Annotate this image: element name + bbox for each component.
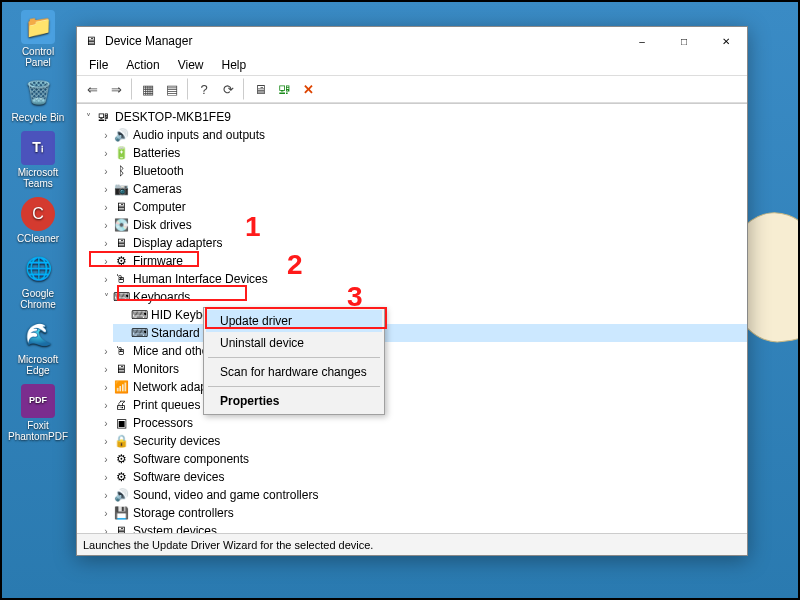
- device-category-icon: 🔊: [113, 488, 129, 502]
- expand-icon[interactable]: ›: [99, 400, 113, 411]
- desktop-icon-label: FoxitPhantomPDF: [8, 420, 68, 442]
- tree-node-label: Cameras: [133, 182, 182, 196]
- desktop-icon-recycle-bin[interactable]: 🗑️Recycle Bin: [10, 76, 66, 123]
- expand-icon[interactable]: ›: [99, 238, 113, 249]
- tree-node[interactable]: ›▣Processors: [95, 414, 747, 432]
- tree-node-label: Batteries: [133, 146, 180, 160]
- tree-node[interactable]: ›🖱Mice and othe: [95, 342, 747, 360]
- tree-node-label: System devices: [133, 524, 217, 533]
- help-icon[interactable]: ?: [193, 78, 215, 100]
- device-category-icon: 🖥: [113, 524, 129, 533]
- expand-icon[interactable]: ›: [99, 472, 113, 483]
- device-category-icon: 🖥: [113, 200, 129, 214]
- expand-icon[interactable]: ›: [99, 418, 113, 429]
- tree-node[interactable]: ›⚙Software devices: [95, 468, 747, 486]
- minimize-button[interactable]: –: [621, 27, 663, 55]
- collapse-icon[interactable]: ˅: [81, 112, 95, 123]
- context-update-driver[interactable]: Update driver: [206, 310, 382, 332]
- context-separator: [208, 357, 380, 358]
- expand-icon[interactable]: ›: [99, 220, 113, 231]
- desktop-icon-label: MicrosoftTeams: [18, 167, 59, 189]
- menu-help[interactable]: Help: [214, 56, 255, 74]
- tree-node[interactable]: ›💾Storage controllers: [95, 504, 747, 522]
- expand-icon[interactable]: ›: [99, 148, 113, 159]
- context-scan-for-hardware-changes[interactable]: Scan for hardware changes: [206, 361, 382, 383]
- tree-node[interactable]: ›⚙Software components: [95, 450, 747, 468]
- desktop-icon-foxit-phantom-pdf[interactable]: PDFFoxitPhantomPDF: [10, 384, 66, 442]
- device-icon: ⌨: [131, 326, 147, 340]
- tree-node[interactable]: ›🔊Audio inputs and outputs: [95, 126, 747, 144]
- tree-node[interactable]: ›📷Cameras: [95, 180, 747, 198]
- menu-file[interactable]: File: [81, 56, 116, 74]
- desktop-icon-microsoft-teams[interactable]: TᵢMicrosoftTeams: [10, 131, 66, 189]
- expand-icon[interactable]: ›: [99, 490, 113, 501]
- desktop-icon-google-chrome[interactable]: 🌐GoogleChrome: [10, 252, 66, 310]
- desktop-icon-microsoft-edge[interactable]: 🌊MicrosoftEdge: [10, 318, 66, 376]
- tree-node[interactable]: ›🔋Batteries: [95, 144, 747, 162]
- expand-icon[interactable]: ›: [99, 526, 113, 534]
- close-button[interactable]: ✕: [705, 27, 747, 55]
- tree-node[interactable]: ›🖱Human Interface Devices: [95, 270, 747, 288]
- device-tree[interactable]: ˅ 🖳 DESKTOP-MKB1FE9 ›🔊Audio inputs and o…: [77, 103, 747, 533]
- expand-icon[interactable]: ›: [99, 166, 113, 177]
- tree-node[interactable]: ›🔊Sound, video and game controllers: [95, 486, 747, 504]
- tree-node[interactable]: ›🖨Print queues: [95, 396, 747, 414]
- tree-node[interactable]: ›⚙Firmware: [95, 252, 747, 270]
- tree-node[interactable]: ›🖥Monitors: [95, 360, 747, 378]
- statusbar: Launches the Update Driver Wizard for th…: [77, 533, 747, 555]
- show-hidden-icon[interactable]: ▦: [137, 78, 159, 100]
- device-category-icon: 🖱: [113, 344, 129, 358]
- context-uninstall-device[interactable]: Uninstall device: [206, 332, 382, 354]
- back-icon[interactable]: ⇐: [81, 78, 103, 100]
- tree-node[interactable]: ›🖥System devices: [95, 522, 747, 533]
- tree-node[interactable]: ›🖥Computer: [95, 198, 747, 216]
- tree-node[interactable]: ›🔒Security devices: [95, 432, 747, 450]
- device-category-icon: ᛒ: [113, 164, 129, 178]
- device-category-icon: ⚙: [113, 452, 129, 466]
- google-chrome-icon: 🌐: [21, 252, 55, 286]
- tree-node[interactable]: ›ᛒBluetooth: [95, 162, 747, 180]
- expand-icon[interactable]: ›: [99, 508, 113, 519]
- expand-icon[interactable]: ›: [99, 256, 113, 267]
- tree-node[interactable]: ›🖥Display adapters: [95, 234, 747, 252]
- desktop-icon-ccleaner[interactable]: CCCleaner: [10, 197, 66, 244]
- desktop-icon-label: CCleaner: [17, 233, 59, 244]
- tree-node[interactable]: ›💽Disk drives: [95, 216, 747, 234]
- tree-node-label: Sound, video and game controllers: [133, 488, 318, 502]
- expand-icon[interactable]: ›: [99, 202, 113, 213]
- expand-icon[interactable]: ›: [99, 436, 113, 447]
- titlebar[interactable]: 🖥 Device Manager – □ ✕: [77, 27, 747, 55]
- uninstall-icon[interactable]: ✕: [297, 78, 319, 100]
- tree-root[interactable]: ˅ 🖳 DESKTOP-MKB1FE9: [77, 108, 747, 126]
- tree-node-label: Security devices: [133, 434, 220, 448]
- toolbar-separator: [131, 78, 133, 100]
- expand-icon[interactable]: ›: [99, 130, 113, 141]
- details-icon[interactable]: ▤: [161, 78, 183, 100]
- expand-icon[interactable]: ›: [99, 346, 113, 357]
- tree-node[interactable]: ˅⌨Keyboards: [95, 288, 747, 306]
- microsoft-edge-icon: 🌊: [21, 318, 55, 352]
- expand-icon[interactable]: ›: [99, 454, 113, 465]
- menu-view[interactable]: View: [170, 56, 212, 74]
- expand-icon[interactable]: ›: [99, 274, 113, 285]
- expand-icon[interactable]: ›: [99, 382, 113, 393]
- scan-icon[interactable]: 🖳: [273, 78, 295, 100]
- computer-icon: 🖳: [95, 110, 111, 124]
- menu-action[interactable]: Action: [118, 56, 167, 74]
- maximize-button[interactable]: □: [663, 27, 705, 55]
- device-category-icon: 🔒: [113, 434, 129, 448]
- context-menu: Update driverUninstall deviceScan for ha…: [203, 307, 385, 415]
- update-driver-icon[interactable]: 🖥: [249, 78, 271, 100]
- context-properties[interactable]: Properties: [206, 390, 382, 412]
- device-category-icon: 💽: [113, 218, 129, 232]
- forward-icon[interactable]: ⇒: [105, 78, 127, 100]
- tree-node[interactable]: ›📶Network adap: [95, 378, 747, 396]
- collapse-icon[interactable]: ˅: [99, 292, 113, 303]
- refresh-icon[interactable]: ⟳: [217, 78, 239, 100]
- expand-icon[interactable]: ›: [99, 364, 113, 375]
- desktop-icon-control-panel[interactable]: 📁ControlPanel: [10, 10, 66, 68]
- expand-icon[interactable]: ›: [99, 184, 113, 195]
- desktop-icon-label: ControlPanel: [22, 46, 54, 68]
- desktop-icon-label: Recycle Bin: [12, 112, 65, 123]
- tree-node-label: Software devices: [133, 470, 224, 484]
